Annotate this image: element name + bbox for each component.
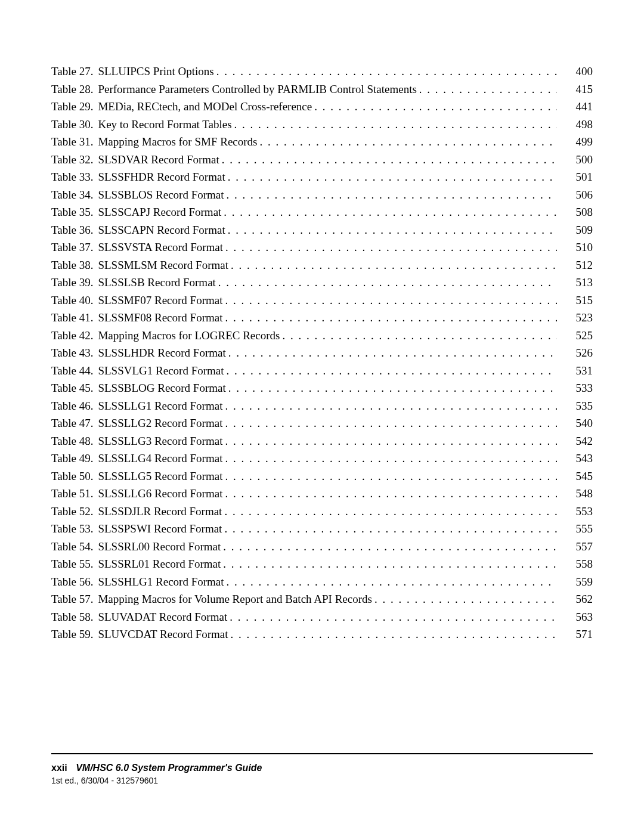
table-of-contents: Table 27.SLLUIPCS Print Options400Table … — [51, 66, 593, 640]
toc-row: Table 41.SLSSMF08 Record Format523 — [51, 312, 593, 323]
toc-title: SLSSBLOS Record Format — [98, 189, 224, 200]
toc-leader-dots — [225, 224, 557, 236]
toc-page-number: 563 — [557, 611, 593, 623]
toc-row: Table 53.SLSSPSWI Record Format555 — [51, 523, 593, 534]
toc-page-number: 499 — [557, 136, 593, 147]
toc-leader-dots — [222, 488, 557, 499]
toc-page-number: 558 — [557, 558, 593, 569]
toc-leader-dots — [216, 277, 557, 288]
toc-leader-dots — [222, 295, 557, 306]
toc-label: Table 44. — [51, 365, 98, 376]
toc-title: SLSSLLG6 Record Format — [98, 488, 222, 499]
toc-label: Table 37. — [51, 241, 98, 253]
toc-leader-dots — [221, 541, 557, 552]
footer-guide-title: VM/HSC 6.0 System Programmer's Guide — [76, 763, 262, 773]
toc-row: Table 48.SLSSLLG3 Record Format542 — [51, 435, 593, 447]
toc-leader-dots — [222, 506, 557, 517]
toc-label: Table 48. — [51, 435, 98, 447]
toc-title: SLSSMLSM Record Format — [98, 259, 228, 271]
toc-title: SLSSMF08 Record Format — [98, 312, 222, 323]
toc-leader-dots — [222, 453, 557, 464]
footer-edition: 1st ed., 6/30/04 - 312579601 — [51, 776, 593, 785]
toc-title: Mapping Macros for LOGREC Records — [98, 330, 280, 341]
toc-title: SLSSBLOG Record Format — [98, 382, 225, 394]
footer-page-number: xxii — [51, 763, 67, 773]
toc-title: SLSSLSB Record Format — [98, 277, 215, 288]
toc-row: Table 45.SLSSBLOG Record Format533 — [51, 382, 593, 394]
toc-label: Table 30. — [51, 119, 98, 130]
toc-label: Table 56. — [51, 576, 98, 587]
toc-row: Table 31.Mapping Macros for SMF Records4… — [51, 136, 593, 147]
toc-row: Table 33.SLSSFHDR Record Format501 — [51, 171, 593, 182]
toc-row: Table 58.SLUVADAT Record Format563 — [51, 611, 593, 623]
toc-leader-dots — [228, 628, 557, 640]
toc-title: SLSSMF07 Record Format — [98, 295, 222, 306]
toc-leader-dots — [228, 259, 557, 271]
toc-label: Table 41. — [51, 312, 98, 323]
toc-page-number: 542 — [557, 435, 593, 447]
toc-row: Table 42.Mapping Macros for LOGREC Recor… — [51, 330, 593, 341]
toc-page-number: 545 — [557, 470, 593, 482]
toc-leader-dots — [222, 523, 557, 534]
toc-title: Mapping Macros for SMF Records — [98, 136, 257, 147]
toc-row: Table 57.Mapping Macros for Volume Repor… — [51, 593, 593, 605]
toc-row: Table 52.SLSSDJLR Record Format553 — [51, 506, 593, 517]
toc-row: Table 27.SLLUIPCS Print Options400 — [51, 66, 593, 77]
toc-page-number: 513 — [557, 277, 593, 288]
toc-page-number: 500 — [557, 154, 593, 165]
toc-title: SLSSVLG1 Record Format — [98, 365, 224, 376]
toc-page-number: 512 — [557, 259, 593, 271]
toc-row: Table 40.SLSSMF07 Record Format515 — [51, 295, 593, 306]
toc-page-number: 562 — [557, 593, 593, 605]
toc-row: Table 28.Performance Parameters Controll… — [51, 83, 593, 95]
toc-title: SLSSDJLR Record Format — [98, 506, 222, 517]
toc-leader-dots — [257, 136, 557, 147]
toc-row: Table 29.MEDia, RECtech, and MODel Cross… — [51, 101, 593, 112]
toc-label: Table 31. — [51, 136, 98, 147]
toc-page-number: 509 — [557, 224, 593, 236]
toc-page-number: 441 — [557, 101, 593, 112]
toc-page-number: 506 — [557, 189, 593, 200]
toc-leader-dots — [226, 382, 557, 394]
toc-row: Table 49.SLSSLLG4 Record Format543 — [51, 453, 593, 464]
toc-leader-dots — [223, 241, 557, 253]
toc-page-number: 515 — [557, 295, 593, 306]
toc-page-number: 498 — [557, 119, 593, 130]
toc-page-number: 555 — [557, 523, 593, 534]
toc-title: SLSSCAPN Record Format — [98, 224, 225, 236]
toc-label: Table 58. — [51, 611, 98, 623]
toc-title: Mapping Macros for Volume Report and Bat… — [98, 593, 371, 605]
toc-page-number: 525 — [557, 330, 593, 341]
toc-page-number: 510 — [557, 241, 593, 253]
toc-title: SLSSLLG4 Record Format — [98, 453, 222, 464]
toc-label: Table 47. — [51, 417, 98, 429]
toc-leader-dots — [225, 171, 557, 182]
toc-page-number: 508 — [557, 206, 593, 218]
toc-label: Table 52. — [51, 506, 98, 517]
toc-title: SLSSHLG1 Record Format — [98, 576, 224, 587]
toc-leader-dots — [224, 365, 557, 376]
toc-title: Key to Record Format Tables — [98, 119, 231, 130]
toc-page-number: 559 — [557, 576, 593, 587]
toc-label: Table 33. — [51, 171, 98, 182]
toc-row: Table 35.SLSSCAPJ Record Format508 — [51, 206, 593, 218]
toc-page-number: 557 — [557, 541, 593, 552]
toc-page-number: 531 — [557, 365, 593, 376]
toc-row: Table 54.SLSSRL00 Record Format557 — [51, 541, 593, 552]
toc-leader-dots — [222, 470, 557, 482]
toc-title: SLSSRL01 Record Format — [98, 558, 221, 569]
toc-page-number: 548 — [557, 488, 593, 499]
toc-page-number: 400 — [557, 66, 593, 77]
toc-row: Table 51.SLSSLLG6 Record Format548 — [51, 488, 593, 499]
toc-row: Table 56.SLSSHLG1 Record Format559 — [51, 576, 593, 587]
toc-title: Performance Parameters Controlled by PAR… — [98, 83, 416, 95]
toc-page-number: 533 — [557, 382, 593, 394]
toc-title: SLSSLLG3 Record Format — [98, 435, 222, 447]
toc-label: Table 32. — [51, 154, 98, 165]
toc-leader-dots — [222, 417, 557, 429]
toc-label: Table 43. — [51, 347, 98, 358]
toc-page-number: 501 — [557, 171, 593, 182]
toc-page-number: 415 — [557, 83, 593, 95]
footer-line-1: xxii VM/HSC 6.0 System Programmer's Guid… — [51, 763, 593, 773]
toc-leader-dots — [224, 576, 557, 587]
